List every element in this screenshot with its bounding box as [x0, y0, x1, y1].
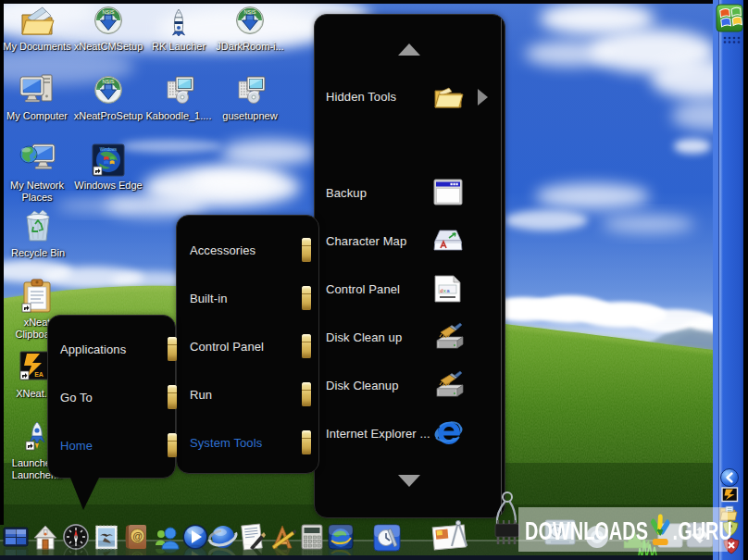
svg-text:EA: EA	[34, 371, 44, 378]
svg-text:Windows: Windows	[100, 147, 118, 152]
svg-text:dxa: dxa	[440, 288, 450, 294]
